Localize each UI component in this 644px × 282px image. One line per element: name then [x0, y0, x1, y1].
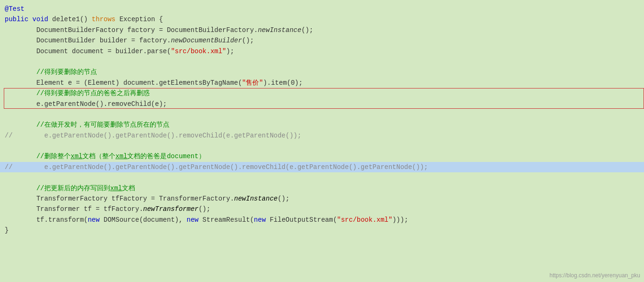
code-line-19: TransformerFactory tfFactory = Transform… — [0, 193, 644, 204]
code-line-21: tf.transform(new DOMSource(document), ne… — [0, 215, 644, 225]
code-line-7: //得到要删除的节点 — [0, 67, 644, 77]
code-line-9: //得到要删除的节点的爸爸之后再删惑 — [0, 88, 644, 98]
code-line-17 — [0, 172, 644, 183]
code-line-8: Element e = (Element) document.getElemen… — [0, 78, 644, 88]
selection-box-wrapper: //得到要删除的节点的爸爸之后再删惑 e.getParentNode().rem… — [0, 88, 644, 109]
code-line-1: @Test — [0, 4, 644, 14]
code-line-6 — [0, 56, 644, 67]
code-line-4: DocumentBuilder builder = factory.newDoc… — [0, 35, 644, 46]
code-line-10: e.getParentNode().removeChild(e); — [0, 99, 644, 109]
code-editor: @Test public void delete1() throws Excep… — [0, 0, 644, 282]
code-line-22: } — [0, 225, 644, 235]
code-line-12: //在做开发时，有可能要删除节点所在的节点 — [0, 120, 644, 130]
code-line-3: DocumentBuilderFactory factory = Documen… — [0, 25, 644, 35]
code-line-13: // e.getParentNode().getParentNode().rem… — [0, 130, 644, 141]
code-line-2: public void delete1() throws Exception { — [0, 14, 644, 24]
code-line-16: // e.getParentNode().getParentNode().get… — [0, 162, 644, 172]
code-line-15: //删除整个xml文档（整个xml文档的爸爸是document） — [0, 151, 644, 161]
code-line-18: //把更新后的内存写回到xml文档 — [0, 183, 644, 193]
code-line-14 — [0, 141, 644, 151]
code-line-20: Transformer tf = tfFactory.newTransforme… — [0, 204, 644, 214]
watermark: https://blog.csdn.net/yerenyuan_pku — [549, 271, 640, 280]
code-line-11 — [0, 109, 644, 120]
code-line-5: Document document = builder.parse("src/b… — [0, 46, 644, 56]
